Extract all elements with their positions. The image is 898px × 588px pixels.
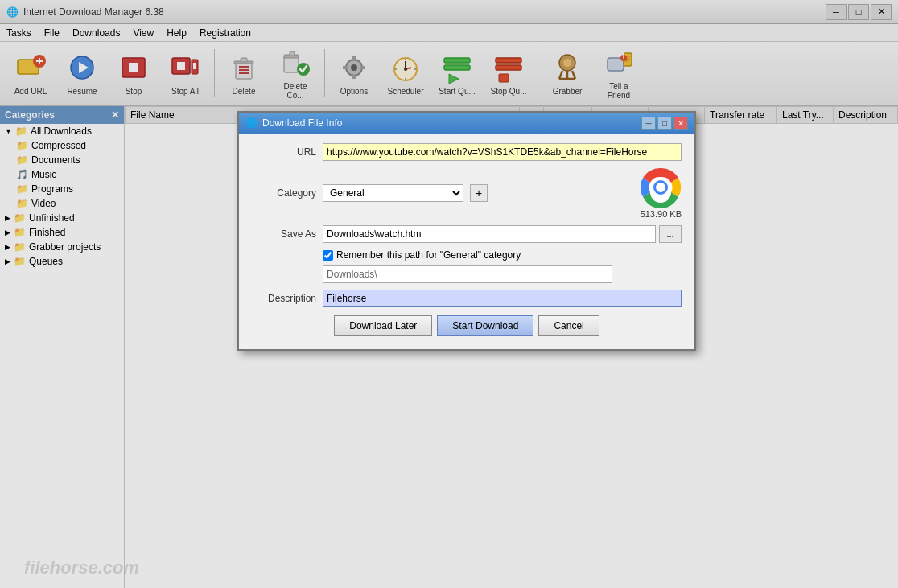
unfinished-expand-icon: ▶ — [5, 214, 10, 222]
modal-icon: 🌐 — [245, 117, 257, 129]
grabber-projects-folder-icon: 📁 — [14, 241, 26, 253]
sidebar-header: Categories ✕ — [0, 106, 124, 124]
delete-completed-button[interactable]: Delete Co... — [271, 45, 319, 101]
svg-rect-7 — [129, 63, 138, 72]
remember-checkbox[interactable] — [323, 250, 333, 261]
svg-point-31 — [404, 68, 407, 71]
grabber-icon — [551, 51, 583, 84]
category-select[interactable]: General Compressed Documents Music Progr… — [323, 184, 463, 202]
tell-friend-label: Tell a Friend — [599, 82, 639, 100]
browse-button[interactable]: ... — [659, 225, 682, 243]
stop-queue-button[interactable]: Stop Qu... — [484, 45, 533, 101]
svg-rect-9 — [177, 62, 185, 70]
menu-bar: Tasks File Downloads View Help Registrat… — [0, 24, 898, 42]
documents-folder-icon: 📁 — [16, 154, 28, 166]
music-icon: 🎵 — [16, 169, 28, 180]
unfinished-folder-icon: 📁 — [14, 212, 26, 224]
menu-registration[interactable]: Registration — [193, 24, 257, 41]
svg-rect-39 — [496, 58, 521, 63]
delete-icon — [228, 51, 260, 84]
separator-1 — [214, 49, 215, 97]
sidebar-item-all-downloads[interactable]: ▼ 📁 All Downloads — [0, 124, 124, 138]
add-url-label: Add URL — [14, 87, 47, 96]
scheduler-label: Scheduler — [387, 87, 423, 96]
app-title: Internet Download Manager 6.38 — [23, 6, 164, 18]
queues-expand-icon: ▶ — [5, 257, 10, 265]
svg-rect-13 — [239, 66, 249, 68]
minimize-button[interactable]: ─ — [826, 4, 847, 20]
menu-downloads[interactable]: Downloads — [66, 24, 126, 41]
menu-help[interactable]: Help — [160, 24, 193, 41]
add-category-button[interactable]: + — [470, 184, 488, 202]
col-lasttry: Last Try... — [777, 107, 834, 124]
stop-button[interactable]: Stop — [109, 45, 158, 101]
save-as-row: Save As ... — [252, 225, 682, 243]
download-later-button[interactable]: Download Later — [334, 315, 432, 336]
menu-file[interactable]: File — [38, 24, 66, 41]
grabber-label: Grabber — [553, 87, 583, 96]
svg-line-44 — [559, 71, 562, 79]
start-download-button[interactable]: Start Download — [437, 315, 533, 336]
sidebar-item-compressed[interactable]: 📁 Compressed — [0, 138, 124, 153]
svg-text:!: ! — [622, 51, 624, 63]
svg-rect-17 — [241, 58, 247, 62]
col-transfer: Transfer rate — [705, 107, 777, 124]
start-queue-button[interactable]: Start Qu... — [433, 45, 481, 101]
modal-title: Download File Info — [262, 117, 342, 129]
sidebar-item-queues[interactable]: ▶ 📁 Queues — [0, 254, 124, 269]
sidebar-item-music[interactable]: 🎵 Music — [0, 167, 124, 182]
description-input[interactable] — [323, 290, 682, 307]
modal-buttons: Download Later Start Download Cancel — [252, 315, 682, 339]
add-url-button[interactable]: Add URL — [6, 45, 55, 101]
close-button[interactable]: ✕ — [871, 4, 892, 20]
grabber-projects-expand-icon: ▶ — [5, 243, 10, 251]
modal-minimize-button[interactable]: ─ — [641, 117, 656, 130]
tell-friend-button[interactable]: ! Tell a Friend — [595, 45, 643, 101]
maximize-button[interactable]: □ — [848, 4, 869, 20]
remember-checkbox-row: Remember this path for "General" categor… — [323, 249, 682, 261]
path-hint-input[interactable] — [323, 265, 612, 283]
svg-rect-14 — [239, 69, 249, 71]
resume-icon — [66, 51, 98, 84]
svg-rect-27 — [360, 66, 365, 69]
svg-rect-25 — [352, 74, 356, 79]
sidebar-item-unfinished[interactable]: ▶ 📁 Unfinished — [0, 211, 124, 225]
cancel-button[interactable]: Cancel — [538, 315, 599, 336]
menu-view[interactable]: View — [126, 24, 160, 41]
stop-queue-label: Stop Qu... — [490, 87, 526, 96]
chrome-icon — [641, 167, 681, 208]
sidebar-item-grabber-projects[interactable]: ▶ 📁 Grabber projects — [0, 240, 124, 254]
resume-button[interactable]: Resume — [58, 45, 106, 101]
svg-point-23 — [351, 64, 357, 71]
sidebar-close-icon[interactable]: ✕ — [111, 109, 119, 121]
stop-queue-icon — [492, 51, 525, 84]
programs-folder-icon: 📁 — [16, 183, 28, 195]
download-file-info-dialog: 🌐 Download File Info ─ □ ✕ URL Category … — [237, 111, 696, 351]
sidebar-item-documents[interactable]: 📁 Documents — [0, 153, 124, 167]
grabber-button[interactable]: Grabber — [543, 45, 591, 101]
documents-label: Documents — [31, 154, 80, 166]
video-folder-icon: 📁 — [16, 198, 28, 209]
sidebar-item-programs[interactable]: 📁 Programs — [0, 182, 124, 196]
sidebar-item-video[interactable]: 📁 Video — [0, 196, 124, 211]
music-label: Music — [31, 169, 56, 180]
scheduler-icon — [389, 51, 422, 84]
modal-close-button[interactable]: ✕ — [674, 117, 688, 130]
stop-all-button[interactable]: Stop All — [161, 45, 209, 101]
modal-maximize-button[interactable]: □ — [657, 117, 672, 130]
url-input[interactable] — [323, 143, 682, 161]
options-button[interactable]: Options — [330, 45, 378, 101]
url-label: URL — [252, 146, 316, 158]
programs-label: Programs — [31, 183, 73, 195]
svg-rect-11 — [193, 63, 196, 69]
queues-folder-icon: 📁 — [14, 256, 26, 267]
sidebar-item-finished[interactable]: ▶ 📁 Finished — [0, 225, 124, 240]
svg-rect-40 — [496, 65, 521, 70]
stop-all-label: Stop All — [171, 87, 199, 96]
save-as-input[interactable] — [323, 225, 656, 243]
scheduler-button[interactable]: Scheduler — [381, 45, 430, 101]
delete-button[interactable]: Delete — [220, 45, 268, 101]
tell-friend-icon: ! — [603, 47, 635, 79]
menu-tasks[interactable]: Tasks — [0, 24, 38, 41]
sidebar-title: Categories — [5, 109, 55, 121]
